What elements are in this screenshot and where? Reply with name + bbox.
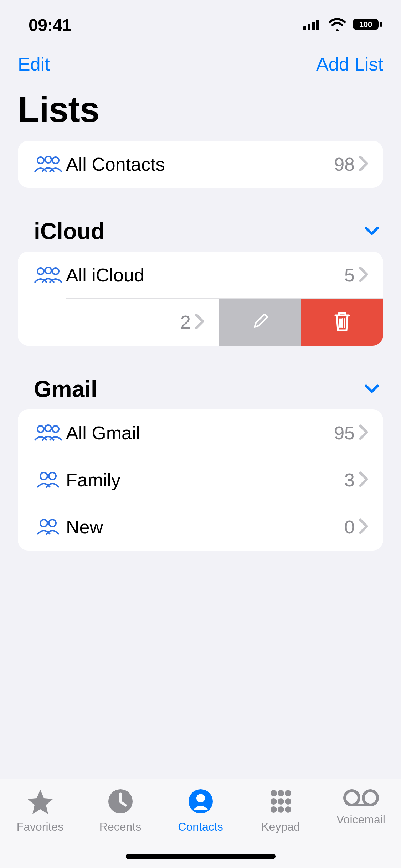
group-3-icon (30, 424, 66, 442)
swipe-delete-button[interactable] (301, 299, 383, 346)
svg-point-29 (278, 806, 284, 813)
svg-point-28 (271, 806, 277, 813)
trash-icon (333, 310, 352, 334)
svg-point-18 (49, 520, 56, 527)
voicemail-icon (343, 788, 379, 809)
tab-favorites[interactable]: Favorites (0, 788, 80, 868)
tab-label: Voicemail (336, 813, 385, 826)
icloud-section-header[interactable]: iCloud (0, 218, 401, 252)
battery-level: 100 (359, 20, 372, 29)
svg-rect-5 (380, 22, 382, 27)
all-contacts-card: All Contacts 98 (18, 141, 383, 188)
svg-point-9 (37, 268, 44, 274)
row-label: New (66, 516, 344, 538)
svg-point-12 (37, 426, 44, 432)
chevron-right-icon (358, 424, 369, 441)
clock-icon (107, 788, 134, 816)
family-row[interactable]: Family 3 (18, 456, 383, 503)
pencil-icon (251, 312, 269, 332)
tab-label: Favorites (17, 820, 64, 833)
icloud-card: All iCloud 5 2 (18, 252, 383, 346)
row-count: 95 (334, 422, 355, 444)
svg-point-17 (40, 520, 47, 527)
svg-point-16 (49, 472, 56, 480)
svg-point-25 (271, 798, 277, 805)
svg-rect-2 (312, 22, 315, 30)
new-row[interactable]: New 0 (18, 503, 383, 551)
row-count: 3 (344, 469, 355, 491)
tab-label: Contacts (178, 820, 223, 833)
svg-point-7 (45, 156, 51, 163)
section-title: Gmail (34, 376, 97, 402)
row-label: All Contacts (66, 154, 334, 175)
svg-point-30 (285, 806, 291, 813)
add-list-button[interactable]: Add List (316, 53, 383, 75)
chevron-down-icon (364, 383, 380, 395)
group-3-icon (30, 266, 66, 284)
all-contacts-row[interactable]: All Contacts 98 (18, 141, 383, 188)
svg-point-22 (271, 790, 277, 796)
group-2-icon (30, 518, 66, 536)
keypad-icon (268, 788, 294, 816)
group-2-icon (30, 471, 66, 489)
status-bar: 09:41 100 (0, 0, 401, 50)
gmail-section-header[interactable]: Gmail (0, 376, 401, 409)
svg-point-6 (37, 157, 44, 164)
row-label: Family (66, 469, 344, 491)
chevron-right-icon (358, 156, 369, 173)
chevron-right-icon (358, 267, 369, 284)
svg-point-31 (345, 791, 359, 805)
chevron-down-icon (364, 225, 380, 237)
row-count: 2 (180, 311, 191, 333)
chevron-right-icon (194, 314, 205, 331)
status-indicators: 100 (303, 17, 383, 32)
svg-rect-0 (303, 26, 306, 30)
row-count: 5 (344, 264, 355, 286)
svg-point-23 (278, 790, 284, 796)
svg-point-13 (45, 425, 51, 432)
svg-rect-3 (316, 20, 319, 30)
star-icon (26, 788, 54, 816)
row-count: 0 (344, 516, 355, 538)
cellular-icon (303, 18, 322, 32)
svg-point-15 (40, 472, 47, 480)
gmail-card: All Gmail 95 Family 3 (18, 409, 383, 551)
row-label: All iCloud (66, 264, 344, 286)
chevron-right-icon (358, 471, 369, 489)
section-title: iCloud (34, 218, 105, 244)
svg-point-14 (52, 426, 59, 432)
svg-point-24 (285, 790, 291, 796)
tab-voicemail[interactable]: Voicemail (321, 788, 401, 868)
row-label: All Gmail (66, 422, 334, 444)
svg-point-11 (52, 268, 59, 274)
edit-button[interactable]: Edit (18, 53, 50, 75)
swipe-edit-button[interactable] (219, 299, 301, 346)
home-indicator[interactable] (126, 854, 276, 859)
all-gmail-row[interactable]: All Gmail 95 (18, 409, 383, 456)
person-icon (187, 788, 214, 816)
svg-point-8 (52, 157, 59, 164)
tab-label: Recents (99, 820, 141, 833)
status-time: 09:41 (29, 15, 71, 35)
svg-point-32 (363, 791, 377, 805)
svg-point-27 (285, 798, 291, 805)
row-count: 98 (334, 154, 355, 175)
svg-rect-1 (308, 24, 310, 30)
svg-point-21 (196, 794, 205, 802)
nav-bar: Edit Add List (0, 50, 401, 82)
wifi-icon (328, 18, 346, 32)
icloud-swiped-row[interactable]: 2 (18, 299, 383, 346)
tab-label: Keypad (261, 820, 300, 833)
svg-point-10 (45, 267, 51, 274)
chevron-right-icon (358, 518, 369, 536)
svg-point-26 (278, 798, 284, 805)
all-icloud-row[interactable]: All iCloud 5 (18, 252, 383, 299)
page-title: Lists (0, 82, 401, 141)
battery-icon: 100 (353, 17, 383, 32)
group-3-icon (30, 155, 66, 173)
